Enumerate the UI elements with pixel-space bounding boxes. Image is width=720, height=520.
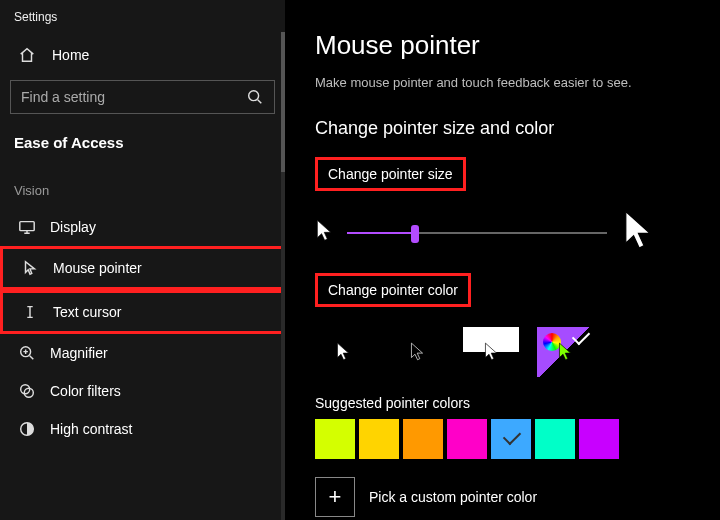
- sidebar-item-label: High contrast: [50, 421, 132, 437]
- color-swatch-5[interactable]: [535, 419, 575, 459]
- section-heading: Change pointer size and color: [315, 118, 698, 139]
- section-title: Ease of Access: [0, 128, 285, 169]
- text-cursor-icon: [21, 303, 39, 321]
- color-swatch-1[interactable]: [359, 419, 399, 459]
- sidebar-item-text-cursor[interactable]: Text cursor: [0, 290, 285, 334]
- home-button[interactable]: Home: [0, 34, 285, 76]
- suggested-colors-label: Suggested pointer colors: [315, 395, 698, 411]
- pointer-color-options: [315, 327, 698, 377]
- suggested-color-swatches: [315, 419, 698, 459]
- pointer-color-inverted[interactable]: [463, 327, 519, 377]
- sidebar-item-high-contrast[interactable]: High contrast: [0, 410, 285, 448]
- pick-custom-color-button[interactable]: +: [315, 477, 355, 517]
- sidebar: Settings Home Ease of Access Vision Disp…: [0, 0, 285, 520]
- magnifier-icon: [18, 344, 36, 362]
- color-swatch-3[interactable]: [447, 419, 487, 459]
- pointer-size-label: Change pointer size: [315, 157, 466, 191]
- color-swatch-6[interactable]: [579, 419, 619, 459]
- sidebar-scrollbar[interactable]: [281, 32, 285, 520]
- main-content: Mouse pointer Make mouse pointer and tou…: [285, 0, 720, 520]
- pointer-color-custom[interactable]: [537, 327, 593, 377]
- sidebar-item-label: Mouse pointer: [53, 260, 142, 276]
- home-icon: [18, 46, 36, 64]
- pointer-size-row: [315, 209, 698, 257]
- pointer-size-slider[interactable]: [347, 223, 607, 243]
- sidebar-item-label: Color filters: [50, 383, 121, 399]
- monitor-icon: [18, 218, 36, 236]
- cursor-large-icon: [621, 209, 655, 257]
- sidebar-item-mouse-pointer[interactable]: Mouse pointer: [0, 246, 285, 290]
- app-title: Settings: [0, 10, 285, 34]
- pointer-color-label: Change pointer color: [315, 273, 471, 307]
- page-subtitle: Make mouse pointer and touch feedback ea…: [315, 75, 698, 90]
- search-input-wrap[interactable]: [10, 80, 275, 114]
- pointer-color-white[interactable]: [315, 327, 371, 377]
- sidebar-item-label: Magnifier: [50, 345, 108, 361]
- sidebar-item-label: Display: [50, 219, 96, 235]
- search-container: [0, 76, 285, 128]
- mouse-pointer-icon: [21, 259, 39, 277]
- search-input[interactable]: [21, 89, 246, 105]
- sidebar-item-color-filters[interactable]: Color filters: [0, 372, 285, 410]
- pick-custom-color-label: Pick a custom pointer color: [369, 489, 537, 505]
- sidebar-item-magnifier[interactable]: Magnifier: [0, 334, 285, 372]
- svg-point-0: [249, 91, 259, 101]
- color-swatch-2[interactable]: [403, 419, 443, 459]
- high-contrast-icon: [18, 420, 36, 438]
- color-filters-icon: [18, 382, 36, 400]
- sidebar-item-display[interactable]: Display: [0, 208, 285, 246]
- search-icon: [246, 88, 264, 106]
- svg-rect-1: [20, 222, 34, 231]
- cursor-small-icon: [315, 219, 333, 247]
- page-title: Mouse pointer: [315, 30, 698, 61]
- sidebar-item-label: Text cursor: [53, 304, 121, 320]
- home-label: Home: [52, 47, 89, 63]
- color-swatch-4[interactable]: [491, 419, 531, 459]
- pointer-color-black[interactable]: [389, 327, 445, 377]
- group-vision-label: Vision: [0, 169, 285, 208]
- custom-color-row: + Pick a custom pointer color: [315, 477, 698, 517]
- color-swatch-0[interactable]: [315, 419, 355, 459]
